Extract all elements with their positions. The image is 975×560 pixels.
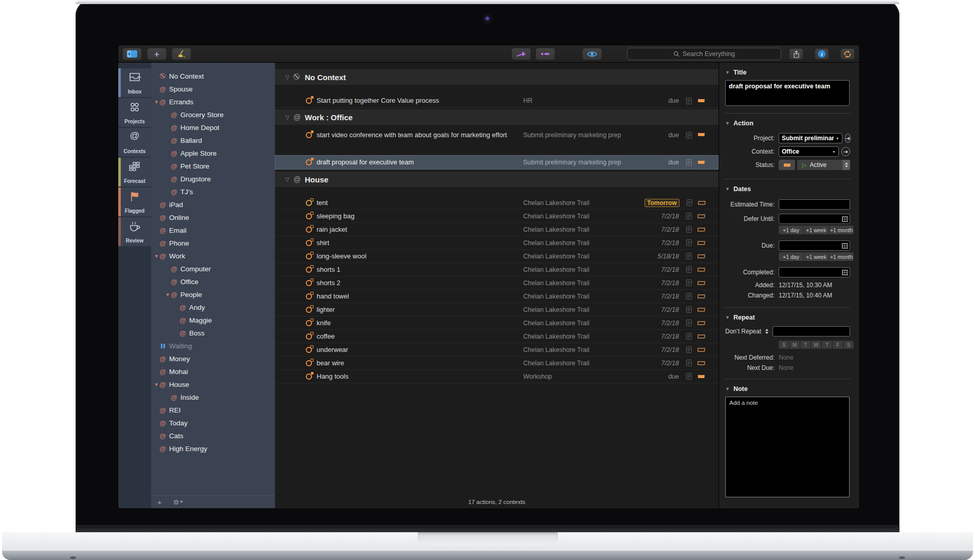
project-dropdown[interactable]: Submit preliminar…▼	[779, 133, 842, 143]
status-circle[interactable]	[306, 307, 312, 313]
task-row[interactable]: long-sleeve wool Chelan Lakeshore Trail …	[275, 250, 719, 263]
perspective-projects[interactable]: Projects	[118, 98, 151, 127]
completed-input[interactable]	[779, 267, 850, 277]
sidebar-actions-button[interactable]: ⚙	[173, 499, 183, 506]
perspective-review[interactable]: Review	[118, 217, 151, 246]
add-context-button[interactable]: +	[157, 498, 162, 506]
calendar-icon[interactable]	[842, 270, 848, 275]
status-circle-flagged[interactable]	[306, 159, 312, 165]
note-field[interactable]: Add a note	[725, 397, 850, 497]
sidebar-item-waiting[interactable]: Waiting	[151, 340, 275, 352]
sidebar-item-inside[interactable]: Inside	[151, 391, 275, 404]
flag-toggle-button[interactable]	[779, 160, 795, 170]
view-bars-button[interactable]	[536, 48, 555, 60]
disclosure-triangle[interactable]: ▼	[725, 186, 730, 192]
section-header-no-context[interactable]: ▽ No Context	[275, 69, 719, 85]
plus-1-month-button[interactable]: +1 month	[829, 252, 854, 261]
status-circle[interactable]	[306, 360, 312, 366]
sidebar-item-house[interactable]: House	[151, 378, 275, 391]
disclosure-triangle[interactable]: ▽	[285, 115, 293, 120]
sidebar-item-boss[interactable]: Boss	[151, 327, 275, 340]
sidebar-item-ballard[interactable]: Ballard	[151, 134, 275, 147]
defer-button[interactable]	[511, 48, 531, 60]
estimated-time-input[interactable]	[779, 199, 850, 210]
stepper[interactable]	[765, 329, 768, 334]
task-row[interactable]: coffee Chelan Lakeshore Trail 7/2/18	[275, 330, 719, 343]
sidebar-item-grocery-store[interactable]: Grocery Store	[151, 108, 275, 121]
context-dropdown[interactable]: Office▼	[779, 146, 839, 157]
sidebar-item-mohai[interactable]: Mohai	[151, 365, 275, 378]
sidebar-item-spouse[interactable]: Spouse	[151, 83, 275, 96]
status-circle[interactable]	[306, 347, 312, 353]
disclosure-triangle[interactable]: ▽	[285, 74, 293, 80]
share-button[interactable]	[789, 48, 803, 60]
disclosure-triangle[interactable]	[152, 253, 158, 259]
task-row[interactable]: shorts 2 Chelan Lakeshore Trail 7/2/18	[275, 276, 719, 290]
status-circle[interactable]	[306, 320, 312, 326]
sidebar-item-today[interactable]: Today	[151, 417, 275, 430]
sidebar-item-high-energy[interactable]: High Energy	[151, 442, 275, 455]
search-field[interactable]: Search Everything	[627, 48, 781, 60]
status-circle-flagged[interactable]	[306, 374, 312, 380]
disclosure-triangle[interactable]: ▽	[285, 177, 293, 182]
sidebar-item-pet-store[interactable]: Pet Store	[151, 160, 275, 173]
plus-1-day-button[interactable]: +1 day	[779, 252, 804, 261]
sidebar-item-no-context[interactable]: No Context	[151, 70, 275, 83]
repeat-mode-select[interactable]: Don’t Repeat	[725, 328, 761, 335]
sidebar-item-computer[interactable]: Computer	[151, 263, 275, 275]
go-to-context-button[interactable]: ➔	[841, 147, 850, 156]
perspective-forecast[interactable]: Forecast	[118, 158, 151, 186]
sidebar-item-office[interactable]: Office	[151, 275, 275, 288]
sidebar-item-apple-store[interactable]: Apple Store	[151, 147, 275, 160]
status-circle-flagged[interactable]	[306, 98, 312, 104]
task-row[interactable]: hand towel Chelan Lakeshore Trail 7/2/18	[275, 290, 719, 303]
defer-until-input[interactable]	[779, 214, 850, 224]
task-row[interactable]: bear wire Chelan Lakeshore Trail 7/2/18	[275, 357, 719, 370]
sidebar-item-money[interactable]: Money	[151, 352, 275, 365]
repeat-interval-input[interactable]	[772, 326, 850, 337]
task-row[interactable]: shorts 1 Chelan Lakeshore Trail 7/2/18	[275, 263, 719, 276]
perspective-flagged[interactable]: Flagged	[118, 188, 151, 216]
dates-section-header[interactable]: ▼Dates	[725, 185, 850, 193]
sidebar-item-phone[interactable]: Phone	[151, 237, 275, 250]
clean-up-button[interactable]	[172, 48, 191, 60]
sidebar-item-andy[interactable]: Andy	[151, 301, 275, 314]
calendar-icon[interactable]	[842, 243, 848, 249]
note-section-header[interactable]: ▼Note	[725, 385, 850, 393]
day-sat-button[interactable]: S	[843, 341, 854, 349]
plus-1-week-button[interactable]: +1 week	[804, 252, 829, 261]
sidebar-item-email[interactable]: Email	[151, 224, 275, 237]
title-section-header[interactable]: ▼Title	[725, 69, 850, 76]
task-row[interactable]: sleeping bag Chelan Lakeshore Trail 7/2/…	[275, 210, 719, 223]
inspector-button[interactable]: i	[815, 48, 829, 60]
status-circle[interactable]	[306, 293, 312, 300]
status-circle[interactable]	[306, 213, 312, 219]
status-circle[interactable]	[306, 227, 312, 233]
disclosure-triangle[interactable]: ▼	[725, 386, 730, 391]
sidebar-item-online[interactable]: Online	[151, 211, 275, 224]
status-circle[interactable]	[306, 267, 312, 273]
sidebar-item-maggie[interactable]: Maggie	[151, 314, 275, 327]
sidebar-item-drugstore[interactable]: Drugstore	[151, 173, 275, 185]
sidebar-item-tjs[interactable]: TJ’s	[151, 185, 275, 198]
section-header-work-office[interactable]: ▽ Work : Office	[275, 109, 719, 125]
disclosure-triangle[interactable]	[163, 292, 169, 297]
status-circle[interactable]	[306, 280, 312, 286]
disclosure-triangle[interactable]: ▼	[725, 315, 730, 320]
sidebar-item-cats[interactable]: Cats	[151, 430, 275, 442]
disclosure-triangle[interactable]: ▼	[725, 121, 730, 126]
task-row[interactable]: Start putting together Core Value proces…	[275, 94, 719, 108]
sidebar-item-home-depot[interactable]: Home Depot	[151, 121, 275, 134]
task-row[interactable]: knife Chelan Lakeshore Trail 7/2/18	[275, 316, 719, 330]
sidebar-toggle-button[interactable]	[122, 48, 142, 60]
perspective-inbox[interactable]: Inbox	[118, 68, 151, 97]
day-wed-button[interactable]: W	[811, 341, 821, 349]
status-circle[interactable]	[306, 253, 312, 259]
plus-1-month-button[interactable]: +1 month	[829, 226, 854, 234]
sidebar-item-errands[interactable]: Errands	[151, 96, 275, 108]
sync-button[interactable]	[840, 48, 855, 60]
task-row[interactable]: tent Chelan Lakeshore Trail Tomorrow	[275, 196, 719, 210]
add-button[interactable]: +	[147, 48, 167, 60]
repeat-section-header[interactable]: ▼Repeat	[725, 314, 850, 321]
status-circle[interactable]	[306, 333, 312, 340]
